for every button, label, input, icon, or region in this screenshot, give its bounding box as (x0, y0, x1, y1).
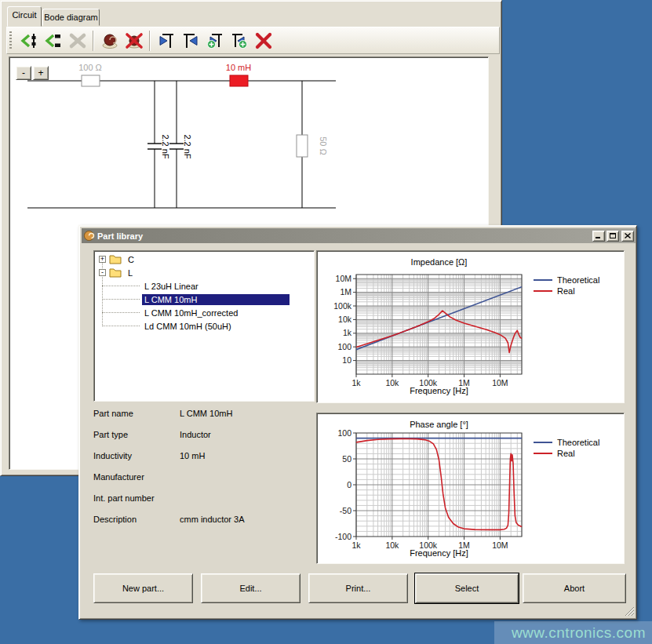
part-library-dialog: Part library + (78, 225, 637, 620)
part-details: Part name L CMM 10mH Part type Inductor … (93, 409, 316, 536)
detail-value: cmm inductor 3A (180, 515, 245, 526)
tab-circuit[interactable]: Circuit (7, 6, 42, 27)
move-node-left-icon (157, 31, 176, 50)
close-button[interactable] (621, 231, 634, 242)
tree-item-folder-c[interactable]: + C (94, 253, 314, 266)
insert-part-left-button[interactable] (16, 30, 41, 52)
impedance-legend: Theoretical Real (534, 275, 599, 297)
maximize-button[interactable] (606, 231, 619, 242)
tree-item-lcmm10mh[interactable]: L CMM 10mH (94, 293, 314, 306)
minimize-icon (596, 233, 602, 238)
add-branch-right-button[interactable] (227, 30, 251, 52)
delete-branch-icon (254, 31, 273, 50)
folder-icon (109, 254, 122, 264)
expander-icon[interactable]: + (99, 256, 106, 263)
delete-part-disabled-icon (68, 31, 87, 50)
detail-value: L CMM 10mH (180, 409, 232, 420)
tree-item-label: L 23uH Linear (142, 281, 201, 292)
tree-item-label: Ld CMM 10mH (50uH) (142, 321, 234, 332)
detail-value: Inductor (180, 430, 211, 441)
resistor-100ohm-label: 100 Ω (78, 63, 102, 72)
abort-button[interactable]: Abort (523, 573, 626, 603)
tab-circuit-label: Circuit (12, 10, 36, 20)
open-part-library-button[interactable] (97, 30, 122, 52)
tree-item-lcmm10mh-corrected[interactable]: L CMM 10mH_corrected (94, 306, 314, 319)
legend-entry-real: Real (534, 286, 599, 297)
dialog-title: Part library (97, 231, 143, 241)
svg-text:10k: 10k (338, 315, 352, 324)
svg-text:100: 100 (337, 342, 351, 351)
toolbar-grip[interactable] (9, 31, 12, 50)
toolbar (6, 27, 500, 54)
add-branch-right-icon (230, 31, 249, 50)
print-button[interactable]: Print... (308, 573, 408, 603)
resize-grip[interactable] (624, 606, 635, 617)
dialog-titlebar[interactable]: Part library (82, 228, 636, 243)
legend-entry-theoretical: Theoretical (534, 275, 599, 286)
maximize-icon (610, 233, 616, 238)
tree-item-label-selected: L CMM 10mH (142, 294, 290, 305)
tree-item-l23uh[interactable]: L 23uH Linear (94, 279, 314, 293)
detail-label: Inductivity (93, 451, 180, 462)
move-node-left-button[interactable] (154, 30, 178, 52)
new-part-button[interactable]: New part... (93, 573, 193, 603)
delete-part-button[interactable] (65, 30, 89, 52)
delete-branch-button[interactable] (251, 30, 275, 52)
snail-library-icon (100, 31, 119, 50)
real-line-swatch (534, 453, 552, 454)
select-button[interactable]: Select (415, 573, 519, 603)
detail-label: Part name (93, 409, 180, 420)
resistor-50ohm-label: 50 Ω (319, 136, 328, 155)
svg-text:1M: 1M (340, 287, 351, 297)
insert-part-right-button[interactable] (41, 30, 65, 52)
move-node-right-button[interactable] (178, 30, 202, 52)
detail-row-part-name: Part name L CMM 10mH (93, 409, 316, 420)
tab-bode-diagram[interactable]: Bode diagram (42, 9, 100, 26)
insert-part-left-icon (20, 31, 38, 50)
phase-chart: 1k10k100k1M10M100500-50-100 (317, 413, 624, 563)
legend-entry-real: Real (534, 448, 599, 459)
toolbar-separator (93, 31, 94, 51)
svg-text:0: 0 (347, 480, 351, 489)
add-branch-left-button[interactable] (202, 30, 227, 52)
expander-icon[interactable]: - (99, 269, 106, 276)
detail-row-part-type: Part type Inductor (93, 430, 316, 441)
svg-text:100k: 100k (333, 301, 352, 311)
minimize-button[interactable] (592, 231, 605, 242)
detail-row-inductivity: Inductivity 10 mH (93, 451, 316, 462)
add-branch-left-icon (206, 31, 224, 50)
capacitor-2-label: 2.2 nF (183, 134, 192, 158)
detail-value: 10 mH (180, 451, 205, 462)
resistor-100ohm[interactable] (82, 75, 100, 86)
tree-item-label: C (126, 254, 137, 265)
detail-row-manufacturer: Manufacturer (93, 472, 316, 483)
svg-text:-50: -50 (340, 506, 351, 515)
detail-row-int-part-number: Int. part number (93, 493, 316, 504)
desktop: Circuit Bode diagram (0, 0, 652, 644)
svg-text:50: 50 (342, 454, 351, 464)
remove-library-part-button[interactable] (122, 30, 146, 52)
svg-text:10M: 10M (336, 274, 351, 283)
tree-item-ldcmm10mh[interactable]: Ld CMM 10mH (50uH) (94, 319, 314, 333)
inductor-10mh[interactable] (230, 75, 248, 86)
edit-button[interactable]: Edit... (201, 573, 301, 603)
legend-label: Real (557, 449, 575, 458)
part-tree: + C - L L 23uH Linear L CM (93, 250, 315, 402)
detail-label: Manufacturer (93, 472, 180, 483)
watermark: www.cntronics.com (494, 621, 652, 644)
real-line-swatch (534, 290, 552, 292)
svg-text:-100: -100 (335, 532, 351, 541)
tree-item-label: L CMM 10mH_corrected (142, 307, 240, 318)
impedance-chart: 1k10k100k1M10M10M1M100k10k1k10010 (317, 251, 624, 402)
phase-x-axis-label: Frequency [Hz] (317, 548, 561, 558)
legend-label: Theoretical (557, 275, 599, 285)
detail-label: Part type (93, 430, 180, 441)
tree-item-folder-l[interactable]: - L (94, 266, 314, 279)
theoretical-line-swatch (534, 279, 552, 281)
tree-item-label: L (126, 267, 135, 278)
impedance-chart-panel: Impedance [Ω] 1k10k100k1M10M10M1M100k10k… (316, 250, 625, 403)
legend-entry-theoretical: Theoretical (534, 437, 599, 448)
phase-chart-panel: Phase angle [°] 1k10k100k1M10M100500-50-… (316, 413, 625, 564)
close-icon (625, 233, 631, 238)
resistor-50ohm[interactable] (297, 135, 308, 157)
